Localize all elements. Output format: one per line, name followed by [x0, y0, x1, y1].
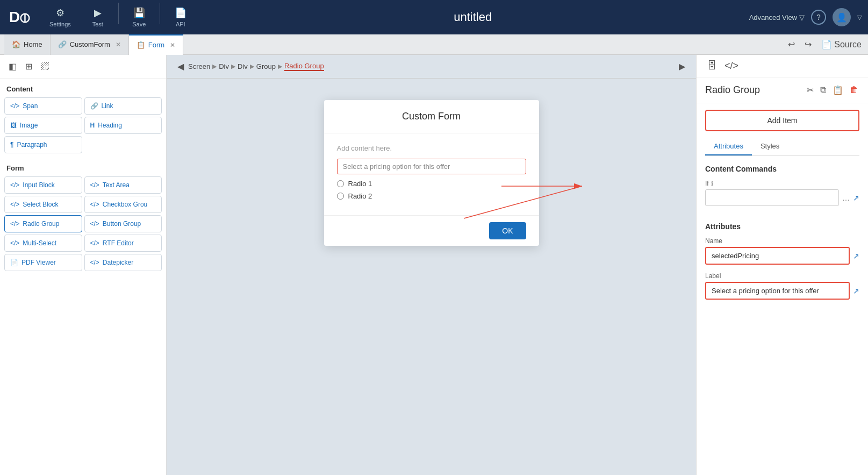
- tab-customform[interactable]: 🔗 CustomForm ✕: [51, 34, 129, 55]
- sidebar-icon-1[interactable]: ◧: [6, 59, 19, 74]
- component-datepicker[interactable]: </> Datepicker: [84, 254, 162, 271]
- select-block-label: Select Block: [23, 201, 58, 208]
- if-help-icon[interactable]: ℹ: [711, 180, 713, 187]
- database-icon[interactable]: 🗄: [705, 59, 719, 73]
- component-paragraph[interactable]: ¶ Paragraph: [4, 136, 82, 153]
- ok-button[interactable]: OK: [489, 222, 526, 239]
- form-placeholder-text: Add content here.: [337, 144, 526, 152]
- bc-div1[interactable]: Div: [219, 62, 229, 70]
- name-input[interactable]: [705, 247, 850, 265]
- tab-home[interactable]: 🏠 Home: [4, 34, 51, 55]
- sidebar-toolbar: ◧ ⊞ ⛆: [0, 55, 166, 79]
- text-area-label: Text Area: [103, 181, 130, 189]
- attributes-title: Attributes: [705, 222, 859, 231]
- label-field: Label ↗: [705, 272, 859, 300]
- radio-input-1[interactable]: [337, 180, 344, 187]
- component-radio-group[interactable]: </> Radio Group: [4, 215, 82, 232]
- left-sidebar: ◧ ⊞ ⛆ Content </> Span 🔗 Link 🖼 Image H …: [0, 55, 167, 475]
- form-modal-header: Custom Form: [324, 100, 539, 133]
- save-label: Save: [132, 21, 146, 27]
- component-button-group[interactable]: </> Button Group: [84, 215, 162, 232]
- datepicker-label: Datepicker: [103, 259, 133, 266]
- nav-save[interactable]: 💾 Save: [123, 3, 155, 32]
- nav-api[interactable]: 📄 API: [164, 3, 197, 32]
- bc-sep-2: ▶: [231, 63, 235, 70]
- radio-group-label-box: Select a pricing option for this offer: [337, 159, 526, 174]
- canvas-content: Custom Form Add content here. Select a p…: [324, 100, 539, 246]
- nav-settings[interactable]: ⚙ Settings: [41, 3, 80, 32]
- page-title: untitled: [201, 10, 745, 24]
- sidebar-icon-3[interactable]: ⛆: [39, 60, 52, 74]
- avatar[interactable]: 👤: [833, 8, 851, 26]
- button-group-label: Button Group: [103, 220, 141, 228]
- component-checkbox-group[interactable]: </> Checkbox Grou: [84, 196, 162, 213]
- component-multi-select[interactable]: </> Multi-Select: [4, 235, 82, 252]
- if-external-icon[interactable]: ↗: [853, 194, 859, 202]
- radio-input-2[interactable]: [337, 193, 344, 200]
- component-text-area[interactable]: </> Text Area: [84, 176, 162, 194]
- bc-active[interactable]: Radio Group: [284, 62, 324, 71]
- form-modal-body: Add content here. Select a pricing optio…: [324, 133, 539, 215]
- content-commands-title: Content Commands: [705, 165, 859, 173]
- component-pdf-viewer[interactable]: 📄 PDF Viewer: [4, 254, 82, 271]
- tab-customform-close[interactable]: ✕: [116, 41, 121, 48]
- breadcrumb-prev[interactable]: ◀: [175, 59, 186, 74]
- rp-toolbar-icons: ✂ ⧉ 📋 🗑: [806, 84, 859, 96]
- bc-screen[interactable]: Screen: [188, 62, 210, 70]
- component-span[interactable]: </> Span: [4, 97, 82, 115]
- if-label-text: If: [705, 180, 709, 187]
- heading-icon: H: [90, 122, 95, 129]
- tab-styles[interactable]: Styles: [752, 138, 788, 155]
- component-image[interactable]: 🖼 Image: [4, 117, 82, 134]
- home-icon: 🏠: [12, 40, 20, 48]
- nav-divider: [118, 3, 119, 24]
- if-input[interactable]: [705, 189, 839, 206]
- link-icon: 🔗: [90, 102, 98, 110]
- nav-divider2: [160, 3, 160, 24]
- undo-button[interactable]: ↩: [786, 37, 797, 52]
- if-field-row: … ↗: [705, 189, 859, 206]
- component-rtf-editor[interactable]: </> RTF Editor: [84, 235, 162, 252]
- add-item-button[interactable]: Add Item: [705, 110, 859, 131]
- tabs-right: ↩ ↪ 📄 Source: [786, 37, 864, 52]
- label-input[interactable]: [705, 282, 850, 300]
- breadcrumb-next[interactable]: ▶: [677, 59, 687, 74]
- avatar-chevron-icon: ▽: [857, 14, 862, 21]
- api-label: API: [176, 21, 185, 27]
- redo-button[interactable]: ↪: [802, 37, 814, 52]
- component-link[interactable]: 🔗 Link: [84, 97, 162, 115]
- name-external-icon[interactable]: ↗: [853, 252, 859, 260]
- chevron-down-icon: ▽: [799, 13, 805, 22]
- bc-sep-1: ▶: [212, 63, 217, 70]
- nav-test[interactable]: ▶ Test: [82, 3, 114, 32]
- paste-icon[interactable]: 📋: [831, 84, 844, 96]
- delete-icon[interactable]: 🗑: [849, 84, 859, 96]
- link-label: Link: [102, 102, 113, 110]
- bc-group[interactable]: Group: [256, 62, 276, 70]
- right-panel-header: Radio Group ✂ ⧉ 📋 🗑: [697, 77, 868, 103]
- source-button[interactable]: 📄 Source: [819, 37, 864, 52]
- main-area: ◧ ⊞ ⛆ Content </> Span 🔗 Link 🖼 Image H …: [0, 55, 868, 475]
- label-external-icon[interactable]: ↗: [853, 287, 859, 295]
- name-field: Name ↗: [705, 237, 859, 265]
- bc-div2[interactable]: Div: [238, 62, 248, 70]
- component-input-block[interactable]: </> Input Block: [4, 176, 82, 194]
- if-dots-icon[interactable]: …: [842, 194, 850, 202]
- tab-form-close[interactable]: ✕: [170, 41, 175, 49]
- scissors-icon[interactable]: ✂: [806, 84, 815, 96]
- multi-select-icon: </>: [10, 239, 19, 247]
- component-heading[interactable]: H Heading: [84, 117, 162, 134]
- code-icon[interactable]: </>: [722, 59, 741, 73]
- sidebar-icon-2[interactable]: ⊞: [23, 59, 34, 74]
- component-select-block[interactable]: </> Select Block: [4, 196, 82, 213]
- breadcrumb: ◀ Screen ▶ Div ▶ Div ▶ Group ▶ Radio Gro…: [167, 55, 696, 79]
- select-block-icon: </>: [10, 201, 19, 208]
- tab-attributes[interactable]: Attributes: [705, 138, 752, 155]
- advanced-view-button[interactable]: Advanced View ▽: [749, 13, 805, 22]
- heading-label: Heading: [98, 122, 122, 129]
- help-button[interactable]: ?: [811, 10, 826, 25]
- form-components: </> Input Block </> Text Area </> Select…: [0, 176, 166, 275]
- rtf-editor-label: RTF Editor: [103, 239, 134, 247]
- tab-form[interactable]: 📋 Form ✕: [129, 34, 183, 55]
- copy-icon[interactable]: ⧉: [819, 84, 827, 96]
